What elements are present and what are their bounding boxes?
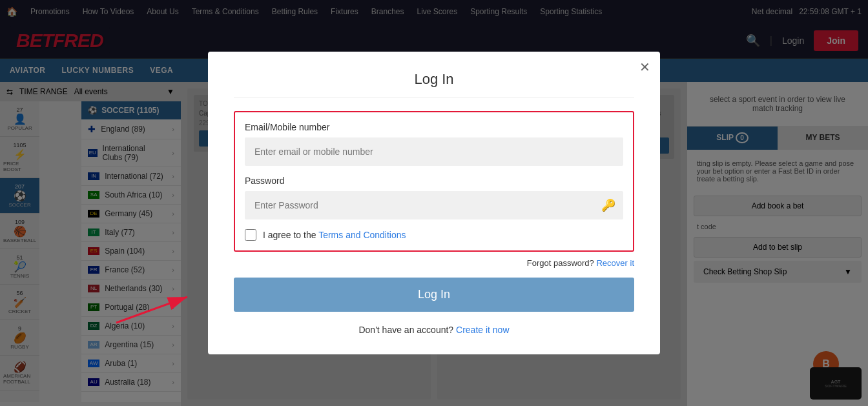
terms-link[interactable]: Terms and Conditions — [318, 230, 406, 240]
no-account-text: Don't have an account? — [358, 325, 453, 335]
password-wrapper: 🔑 — [245, 191, 623, 219]
modal-overlay[interactable]: ✕ Log In Email/Mobile number Password 🔑 … — [0, 0, 868, 406]
email-form-group: Email/Mobile number — [245, 122, 623, 166]
create-account-row: Don't have an account? Create it now — [234, 325, 634, 335]
key-icon: 🔑 — [601, 198, 615, 212]
password-form-group: Password 🔑 — [245, 176, 623, 219]
login-form-box: Email/Mobile number Password 🔑 I agree t… — [234, 111, 634, 252]
email-label: Email/Mobile number — [245, 122, 623, 132]
password-label: Password — [245, 176, 623, 186]
modal-title: Log In — [234, 71, 634, 98]
modal-close-button[interactable]: ✕ — [639, 59, 650, 75]
login-submit-button[interactable]: Log In — [234, 278, 634, 312]
recover-link[interactable]: Recover it — [596, 258, 634, 268]
terms-checkbox-row: I agree to the Terms and Conditions — [245, 229, 623, 241]
create-account-link[interactable]: Create it now — [456, 325, 509, 335]
forgot-password-row: Forgot password? Recover it — [234, 258, 634, 268]
login-modal: ✕ Log In Email/Mobile number Password 🔑 … — [208, 52, 660, 354]
email-input[interactable] — [245, 137, 623, 166]
terms-checkbox[interactable] — [245, 229, 256, 241]
password-input[interactable] — [245, 191, 623, 219]
agree-text: I agree to the Terms and Conditions — [263, 230, 406, 240]
forgot-text: Forgot password? — [527, 258, 594, 268]
